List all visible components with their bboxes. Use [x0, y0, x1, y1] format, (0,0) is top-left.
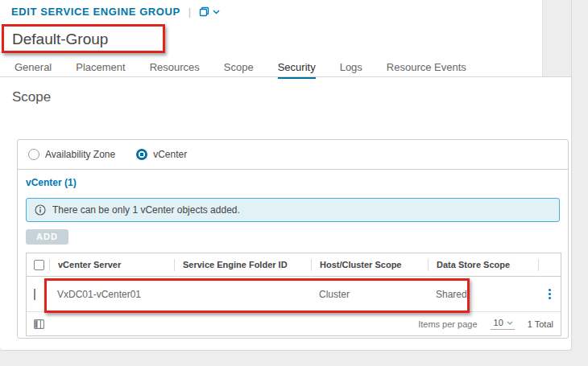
- column-header-actions: [538, 259, 561, 271]
- columns-icon[interactable]: [34, 319, 44, 329]
- annotation-box-table-row: [44, 278, 470, 313]
- kebab-menu-icon[interactable]: [546, 286, 553, 302]
- scope-type-radio-group: Availability Zone vCenter: [18, 140, 568, 170]
- radio-vcenter[interactable]: [136, 149, 147, 160]
- header-gray-area: [542, 0, 572, 76]
- modal-header: EDIT SERVICE ENGINE GROUP |: [11, 6, 220, 18]
- chevron-down-icon: [213, 10, 220, 14]
- pagination: Items per page 10 1 Total: [418, 318, 553, 330]
- radio-availability-zone[interactable]: [28, 149, 39, 160]
- items-per-page-select[interactable]: 10: [491, 318, 515, 330]
- column-header-vcenter-server: vCenter Server: [49, 259, 174, 271]
- table-header: vCenter Server Service Engine Folder ID …: [27, 253, 561, 277]
- select-all-cell: [27, 259, 49, 271]
- chevron-down-icon: [507, 321, 513, 325]
- edit-service-engine-group-modal: EDIT SERVICE ENGINE GROUP | Default-Grou…: [0, 0, 572, 351]
- info-icon: [35, 204, 46, 216]
- info-alert-text: There can be only 1 vCenter objects adde…: [52, 204, 240, 216]
- modal-title: EDIT SERVICE ENGINE GROUP: [11, 6, 180, 18]
- row-checkbox[interactable]: [34, 289, 35, 300]
- clone-menu-button[interactable]: [199, 6, 220, 18]
- items-per-page-value: 10: [494, 318, 503, 327]
- clone-icon: [199, 6, 210, 18]
- select-all-checkbox[interactable]: [34, 260, 44, 270]
- add-button[interactable]: ADD: [26, 229, 68, 245]
- section-heading: Scope: [12, 89, 51, 105]
- annotation-box-group-name: [2, 24, 165, 53]
- radio-option-availability-zone[interactable]: Availability Zone: [28, 149, 115, 160]
- column-header-se-folder-id: Service Engine Folder ID: [174, 259, 311, 271]
- total-count: 1 Total: [528, 319, 553, 329]
- radio-label-vcenter: vCenter: [153, 149, 187, 160]
- vcenter-subsection-title: vCenter (1): [26, 177, 560, 188]
- tab-bar-divider: [0, 76, 572, 77]
- radio-option-vcenter[interactable]: vCenter: [136, 149, 187, 160]
- items-per-page-label: Items per page: [418, 319, 477, 329]
- column-header-data-store-scope: Data Store Scope: [428, 259, 538, 271]
- title-separator: |: [188, 6, 191, 18]
- row-actions-cell: [538, 286, 561, 302]
- radio-label-availability-zone: Availability Zone: [45, 149, 115, 160]
- table-footer: Items per page 10 1 Total: [27, 312, 561, 335]
- info-alert: There can be only 1 vCenter objects adde…: [26, 198, 560, 222]
- column-header-host-cluster-scope: Host/Cluster Scope: [311, 259, 428, 271]
